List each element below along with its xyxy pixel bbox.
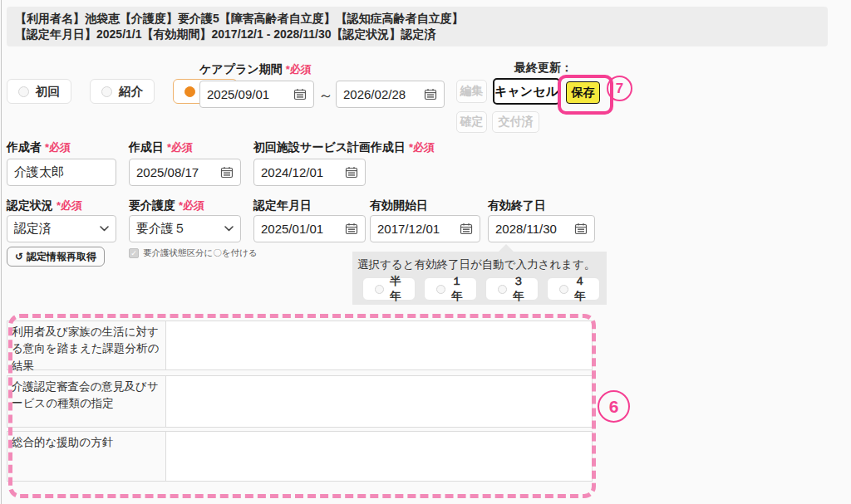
- patient-banner-line2: 【認定年月日】2025/1/1【有効期間】2017/12/1 - 2028/11…: [15, 27, 819, 42]
- tooltip-message: 選択すると有効終了日が自動で入力されます。: [357, 257, 600, 272]
- calendar-icon[interactable]: [345, 223, 358, 235]
- duration-option-3-year[interactable]: ３年: [485, 277, 539, 301]
- care-level-select[interactable]: 要介護５: [129, 215, 241, 242]
- certification-date-field[interactable]: [253, 215, 366, 242]
- page-left-border: [1, 0, 2, 504]
- initial-plan-date-field[interactable]: [253, 159, 366, 186]
- created-date-label: 作成日*必須: [129, 140, 193, 155]
- radio-icon: [559, 285, 568, 294]
- valid-start-date-label: 有効開始日: [370, 198, 428, 213]
- calendar-icon[interactable]: [293, 88, 307, 100]
- certification-date-input[interactable]: [261, 222, 340, 236]
- patient-info-banner: 【利用者名】池袋恵【介護度】要介護5【障害高齢者自立度】【認知症高齢者自立度】 …: [7, 7, 828, 46]
- overall-support-policy-textarea[interactable]: [166, 432, 592, 481]
- issued-button[interactable]: 交付済: [492, 111, 539, 133]
- radio-icon: [101, 86, 112, 97]
- radio-icon: [436, 285, 445, 294]
- auto-end-date-tooltip: 選択すると有効終了日が自動で入力されます。 半年 １年 ３年 ４年: [352, 252, 607, 305]
- radio-selected-icon: [184, 86, 195, 97]
- required-badge: *必須: [409, 141, 435, 154]
- valid-start-date-input[interactable]: [377, 222, 455, 236]
- overall-support-policy-row: 総合的な援助の方針: [7, 431, 593, 482]
- confirm-button[interactable]: 確定: [456, 111, 487, 133]
- last-update-label: 最終更新：: [514, 61, 573, 76]
- valid-start-date-field[interactable]: [370, 215, 480, 242]
- required-badge: *必須: [286, 63, 312, 76]
- calendar-icon[interactable]: [220, 166, 234, 179]
- intent-analysis-row: 利用者及び家族の生活に対する意向を踏まえた課題分析の結果: [7, 321, 593, 370]
- plan-type-label: 紹介: [119, 84, 143, 100]
- annotation-step-7: 7: [607, 76, 632, 101]
- calendar-icon[interactable]: [460, 223, 473, 235]
- plan-type-option-initial[interactable]: 初回: [7, 79, 71, 104]
- initial-plan-date-label: 初回施設サービス計画作成日*必須: [253, 140, 435, 155]
- certification-date-label: 認定年月日: [253, 198, 312, 213]
- tooltip-arrow-icon: [499, 244, 514, 252]
- certification-status-label: 認定状況*必須: [7, 198, 82, 213]
- created-date-field[interactable]: [129, 159, 241, 186]
- review-board-opinion-row: 介護認定審査会の意見及びサービスの種類の指定: [7, 375, 593, 428]
- valid-end-date-field[interactable]: [488, 215, 595, 242]
- required-badge: *必須: [179, 199, 204, 212]
- duration-option-half-year[interactable]: 半年: [362, 277, 416, 301]
- period-start-date-input[interactable]: [207, 87, 288, 101]
- required-badge: *必須: [167, 141, 193, 154]
- created-date-input[interactable]: [136, 165, 215, 179]
- calendar-icon[interactable]: [574, 223, 588, 235]
- checkbox-label: 要介護状態区分に〇を付ける: [143, 247, 257, 259]
- intent-analysis-label: 利用者及び家族の生活に対する意向を踏まえた課題分析の結果: [7, 321, 166, 369]
- chevron-down-icon: [100, 226, 109, 232]
- review-board-opinion-label: 介護認定審査会の意見及びサービスの種類の指定: [7, 376, 166, 427]
- calendar-icon[interactable]: [345, 166, 358, 179]
- radio-icon: [498, 285, 507, 294]
- plan-type-option-referral[interactable]: 紹介: [90, 79, 155, 104]
- required-badge: *必須: [45, 141, 71, 154]
- annotation-step-6: 6: [598, 390, 630, 423]
- author-field[interactable]: [7, 159, 116, 186]
- care-level-label: 要介護度*必須: [129, 198, 204, 213]
- calendar-icon[interactable]: [424, 88, 437, 100]
- care-level-circle-checkbox-row: ✓ 要介護状態区分に〇を付ける: [129, 247, 257, 259]
- initial-plan-date-input[interactable]: [261, 165, 340, 179]
- period-end-date-field[interactable]: [336, 81, 445, 108]
- period-end-date-input[interactable]: [343, 87, 419, 101]
- cancel-button[interactable]: キャンセル: [493, 78, 560, 105]
- plan-type-label: 初回: [36, 84, 60, 100]
- intent-analysis-textarea[interactable]: [166, 321, 592, 369]
- required-badge: *必須: [57, 199, 82, 212]
- refresh-icon: ↺: [15, 251, 23, 262]
- period-start-date-field[interactable]: [199, 81, 314, 108]
- refetch-certification-button[interactable]: ↺ 認定情報再取得: [7, 247, 105, 267]
- duration-option-4-year[interactable]: ４年: [547, 277, 600, 301]
- care-plan-period-label: ケアプラン期間*必須: [199, 62, 312, 77]
- certification-status-select[interactable]: 認定済: [7, 215, 116, 242]
- valid-end-date-label: 有効終了日: [488, 198, 546, 213]
- duration-radio-group: 半年 １年 ３年 ４年: [362, 277, 600, 301]
- valid-end-date-input[interactable]: [495, 222, 569, 236]
- radio-icon: [18, 86, 29, 97]
- overall-support-policy-label: 総合的な援助の方針: [7, 432, 166, 481]
- save-button[interactable]: 保存: [566, 81, 600, 104]
- edit-button[interactable]: 編集: [456, 80, 487, 103]
- radio-icon: [375, 285, 384, 294]
- chevron-down-icon: [224, 226, 234, 232]
- review-board-opinion-textarea[interactable]: [166, 376, 592, 427]
- author-label: 作成者*必須: [7, 140, 71, 155]
- author-input[interactable]: [14, 165, 109, 179]
- period-range-separator: ～: [318, 86, 333, 105]
- checkbox-checked-icon[interactable]: ✓: [129, 248, 139, 258]
- patient-banner-line1: 【利用者名】池袋恵【介護度】要介護5【障害高齢者自立度】【認知症高齢者自立度】: [15, 11, 819, 27]
- duration-option-1-year[interactable]: １年: [424, 277, 477, 301]
